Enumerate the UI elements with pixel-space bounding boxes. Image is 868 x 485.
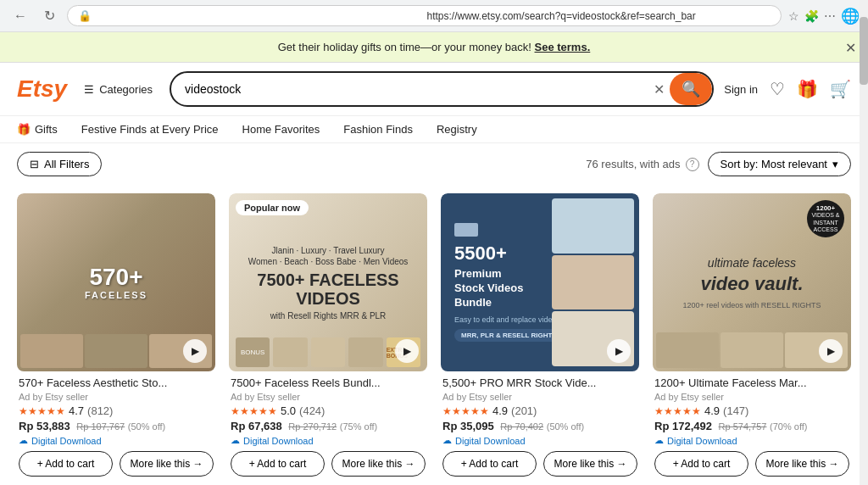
chevron-down-icon: ▾ <box>832 158 838 170</box>
add-to-cart-button-4[interactable]: + Add to cart <box>654 451 748 477</box>
menu-icon[interactable]: ⋯ <box>824 9 836 23</box>
product-rating-2: ★★★★★ 5.0 (424) <box>231 404 426 417</box>
back-button[interactable]: ← <box>8 7 32 25</box>
nav-home-label: Home Favorites <box>242 123 320 136</box>
product-rating-1: ★★★★★ 4.7 (812) <box>19 404 214 417</box>
product-actions-3: + Add to cart More like this → <box>442 451 637 477</box>
gifts-icon: 🎁 <box>17 123 31 136</box>
play-button-4[interactable]: ▶ <box>819 339 843 363</box>
stars-2: ★★★★★ <box>231 405 277 417</box>
nav-gifts-label: Gifts <box>35 123 58 136</box>
header: Etsy ☰ Categories ✕ 🔍 Sign in ♡ 🎁 🛒 <box>0 63 868 116</box>
download-icon-2: ☁ <box>231 435 240 446</box>
search-bar: ✕ 🔍 <box>170 71 714 107</box>
banner-text: Get their holiday gifts on time—or your … <box>278 41 531 53</box>
nav-item-fashion[interactable]: Fashion Finds <box>343 123 413 136</box>
play-button-2[interactable]: ▶ <box>395 339 419 363</box>
nav-item-registry[interactable]: Registry <box>437 123 477 136</box>
gift-button[interactable]: 🎁 <box>797 79 818 99</box>
more-like-button-2[interactable]: More like this → <box>331 451 426 477</box>
play-button-3[interactable]: ▶ <box>607 339 631 363</box>
rating-value-3: 4.9 <box>492 404 508 417</box>
play-button-1[interactable]: ▶ <box>183 339 207 363</box>
sort-button[interactable]: Sort by: Most relevant ▾ <box>708 152 851 176</box>
add-to-cart-button-3[interactable]: + Add to cart <box>442 451 537 477</box>
download-label-1: Digital Download <box>31 436 102 446</box>
product-card-3[interactable]: 5500+ PremiumStock VideosBundle Easy to … <box>441 193 639 482</box>
search-input[interactable] <box>181 75 648 103</box>
nav-festive-label: Festive Finds at Every Price <box>81 123 219 136</box>
add-to-cart-button-2[interactable]: + Add to cart <box>231 451 325 477</box>
product-info-2: 7500+ Faceless Reels Bundl... Ad by Etsy… <box>229 371 427 482</box>
categories-label: Categories <box>99 83 153 96</box>
browser-logo: 🌐 <box>841 7 860 25</box>
rating-value-2: 5.0 <box>281 404 296 417</box>
product-price-3: Rp 35,095 <box>442 420 494 432</box>
scroll-thumb[interactable] <box>860 17 868 85</box>
sign-in-button[interactable]: Sign in <box>724 83 758 96</box>
search-icon: 🔍 <box>682 80 700 98</box>
more-like-button-3[interactable]: More like this → <box>543 451 637 477</box>
filter-icon: ⊟ <box>30 158 39 170</box>
product-image-4: ultimate facelessvideo vault. 1200+ reel… <box>653 193 851 371</box>
refresh-button[interactable]: ↻ <box>39 6 60 25</box>
product-card-1[interactable]: 570+ FACELESS ▶ 570+ Faceless Aesthetic … <box>17 193 215 482</box>
url-text: https://www.etsy.com/search?q=videostock… <box>427 10 771 22</box>
banner-link[interactable]: See terms. <box>535 41 591 53</box>
download-icon-4: ☁ <box>654 435 664 446</box>
rating-count-1: (812) <box>87 404 113 417</box>
product-actions-4: + Add to cart More like this → <box>654 451 849 477</box>
product-price-2: Rp 67,638 <box>231 420 282 432</box>
product-title-3: 5,500+ PRO MRR Stock Vide... <box>442 376 637 389</box>
discount-1: (50% off) <box>128 421 165 432</box>
nav-item-festive[interactable]: Festive Finds at Every Price <box>81 123 219 136</box>
rating-value-1: 4.7 <box>69 404 84 417</box>
categories-button[interactable]: ☰ Categories <box>77 80 159 99</box>
search-clear-button[interactable]: ✕ <box>648 81 670 98</box>
product-title-1: 570+ Faceless Aesthetic Sto... <box>19 376 214 389</box>
add-to-cart-button-1[interactable]: + Add to cart <box>19 451 113 477</box>
product-info-3: 5,500+ PRO MRR Stock Vide... Ad by Etsy … <box>441 371 639 482</box>
discount-2: (75% off) <box>340 421 377 432</box>
original-price-1: Rp 107,767 <box>76 421 125 432</box>
help-icon[interactable]: ? <box>686 158 699 171</box>
all-filters-button[interactable]: ⊟ All Filters <box>17 152 102 176</box>
cart-button[interactable]: 🛒 <box>830 79 851 99</box>
wishlist-button[interactable]: ♡ <box>770 79 785 99</box>
toolbar: ⊟ All Filters 76 results, with ads ? Sor… <box>0 143 868 185</box>
product-ad-1: Ad by Etsy seller <box>19 392 214 402</box>
discount-4: (70% off) <box>770 421 807 432</box>
product-image-2: Popular now Jlanin · Luxury · Travel Lux… <box>229 193 427 371</box>
product-ad-3: Ad by Etsy seller <box>442 392 637 402</box>
rating-count-3: (201) <box>511 404 537 417</box>
filter-label: All Filters <box>44 158 89 170</box>
product-info-4: 1200+ Ultimate Faceless Mar... Ad by Ets… <box>653 371 851 482</box>
stars-1: ★★★★★ <box>19 405 65 417</box>
search-button[interactable]: 🔍 <box>670 73 712 105</box>
nav-item-gifts[interactable]: 🎁 Gifts <box>17 123 58 136</box>
product-card-4[interactable]: ultimate facelessvideo vault. 1200+ reel… <box>653 193 851 482</box>
original-price-3: Rp 70,402 <box>500 421 543 432</box>
more-like-button-1[interactable]: More like this → <box>120 451 214 477</box>
header-actions: Sign in ♡ 🎁 🛒 <box>724 79 851 99</box>
original-price-4: Rp 574,757 <box>719 421 767 432</box>
extension-icon[interactable]: 🧩 <box>804 9 819 23</box>
product-price-1: Rp 53,883 <box>19 420 70 432</box>
etsy-logo[interactable]: Etsy <box>17 75 67 103</box>
product-rating-4: ★★★★★ 4.9 (147) <box>654 404 849 417</box>
address-bar[interactable]: 🔒 https://www.etsy.com/search?q=videosto… <box>67 5 782 26</box>
scrollbar[interactable] <box>860 0 868 485</box>
banner-close-button[interactable]: ✕ <box>845 39 856 55</box>
nav-item-home[interactable]: Home Favorites <box>242 123 320 136</box>
more-like-button-4[interactable]: More like this → <box>755 451 849 477</box>
rating-value-4: 4.9 <box>704 404 720 417</box>
digital-download-4: ☁ Digital Download <box>654 435 849 446</box>
bookmark-icon[interactable]: ☆ <box>788 9 799 23</box>
nav-fashion-label: Fashion Finds <box>343 123 413 136</box>
product-rating-3: ★★★★★ 4.9 (201) <box>442 404 637 417</box>
product-title-4: 1200+ Ultimate Faceless Mar... <box>654 376 849 389</box>
original-price-2: Rp 270,712 <box>288 421 337 432</box>
product-title-2: 7500+ Faceless Reels Bundl... <box>231 376 426 389</box>
results-text: 76 results, with ads <box>586 158 680 170</box>
product-card-2[interactable]: Popular now Jlanin · Luxury · Travel Lux… <box>229 193 427 482</box>
